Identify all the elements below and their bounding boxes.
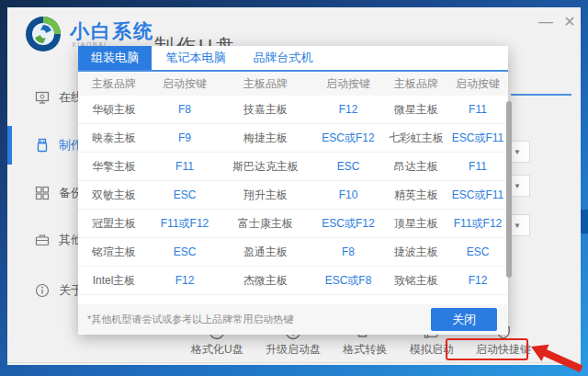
table-row: 冠盟主板 F11或F12 富士康主板 ESC或F12 顶星主板 F11或F12 (78, 210, 508, 238)
brand-cell: 华擎主板 (78, 159, 150, 175)
sidebar-item-backup-restore[interactable]: 备份 (7, 183, 83, 203)
table-row: 映泰主板 F9 梅捷主板 ESC或F12 七彩虹主板 ESC或F11 (78, 124, 508, 153)
key-cell: ESC (150, 245, 220, 258)
brand-cell: 华硕主板 (78, 102, 150, 118)
key-cell: ESC (311, 160, 385, 173)
dialog-footer: *其他机型请尝试或参考以上品牌常用启动热键 关闭 (78, 304, 508, 335)
chevron-down-icon: ▼ (514, 182, 521, 190)
key-cell: ESC或F12 (311, 131, 385, 146)
table-row: 华硕主板 F8 技嘉主板 F12 微星主板 F11 (78, 96, 508, 124)
key-cell: ESC或F8 (311, 273, 385, 289)
table-row: 铭瑄主板 ESC 盈通主板 F8 捷波主板 ESC (78, 238, 508, 267)
key-cell: F11或F12 (447, 216, 508, 232)
key-cell: F8 (150, 103, 220, 116)
table-header-row: 主板品牌 启动按键 主板品牌 启动按键 主板品牌 启动按键 (78, 72, 508, 96)
column-header: 启动按键 (311, 76, 385, 92)
sidebar-item-online-reinstall[interactable]: 在线 (7, 87, 83, 108)
chevron-down-icon: ▼ (514, 148, 521, 156)
brand-cell: 铭瑄主板 (78, 245, 150, 260)
table-row: 双敏主板 ESC 翔升主板 F10 精英主板 ESC或F11 (78, 181, 508, 210)
column-header: 启动按键 (447, 76, 508, 92)
brand-cell: 冠盟主板 (78, 216, 150, 232)
usb-icon (35, 138, 50, 153)
brand-cell: 致铭主板 (385, 273, 447, 289)
brand-cell: 双敏主板 (78, 188, 150, 203)
column-header: 主板品牌 (78, 76, 150, 92)
brand-cell: 斯巴达克主板 (220, 159, 311, 175)
minimize-button[interactable]: — (537, 13, 555, 31)
brand-cell: 昂达主板 (385, 159, 447, 175)
brand-cell: 七彩虹主板 (385, 131, 447, 146)
table-scrollbar[interactable] (506, 101, 512, 278)
table-row: 华擎主板 F11 斯巴达克主板 ESC 昂达主板 F11 (78, 153, 508, 181)
boot-hotkey-dialog: 组装电脑 笔记本电脑 品牌台式机 主板品牌 启动按键 主板品牌 启动按键 主板品… (78, 46, 508, 335)
column-header: 启动按键 (150, 76, 220, 92)
hotkey-note: *其他机型请尝试或参考以上品牌常用启动热键 (87, 313, 431, 326)
background-tab-underline (511, 94, 571, 96)
toolbar-item-label: 格式转换 (343, 342, 387, 358)
brand-cell: 杰微主板 (220, 273, 311, 289)
brand-cell: 技嘉主板 (220, 102, 311, 118)
monitor-icon (35, 90, 50, 105)
brand-cell: 映泰主板 (78, 131, 150, 146)
brand-cell: 精英主板 (385, 188, 447, 203)
app-title: 小白系统 (70, 18, 154, 44)
brand-cell: 微星主板 (385, 102, 447, 118)
key-cell: F12 (447, 274, 508, 287)
brand-cell: 盈通主板 (220, 245, 311, 260)
table-row: Intel主板 F12 杰微主板 ESC或F8 致铭主板 F12 (78, 267, 508, 295)
key-cell: ESC或F11 (447, 188, 508, 203)
sidebar-item-make-usb[interactable]: 制作 (7, 135, 83, 155)
column-header: 主板品牌 (385, 76, 447, 92)
tab-brand-desktop[interactable]: 品牌台式机 (240, 46, 326, 70)
annotation-highlight-box (446, 338, 528, 360)
brand-cell: 梅捷主板 (220, 131, 311, 146)
tab-laptop[interactable]: 笔记本电脑 (152, 46, 240, 70)
annotation-arrow-icon (524, 334, 588, 376)
app-logo (24, 15, 62, 53)
tab-assembled-pc[interactable]: 组装电脑 (78, 46, 152, 70)
key-cell: F11 (447, 103, 508, 116)
brand-cell: 顶星主板 (385, 216, 447, 232)
key-cell: F12 (150, 274, 220, 287)
brand-cell: 捷波主板 (385, 245, 447, 260)
desktop-strip-detail (581, 210, 588, 234)
key-cell: F11或F12 (150, 216, 220, 232)
close-dialog-button[interactable]: 关闭 (431, 308, 497, 331)
key-cell: ESC或F12 (311, 216, 385, 232)
key-cell: F8 (311, 245, 385, 258)
key-cell: F10 (311, 188, 385, 201)
key-cell: F12 (311, 103, 385, 116)
chevron-down-icon: ▼ (514, 222, 521, 230)
toolbar-item-label: 格式化U盘 (191, 342, 243, 358)
brand-cell: Intel主板 (78, 273, 150, 289)
brand-cell: 翔升主板 (220, 188, 311, 203)
key-cell: F11 (150, 160, 220, 173)
toolbar-item-label: 升级启动盘 (266, 342, 321, 358)
logo-swirl-icon (24, 15, 62, 53)
brand-cell: 富士康主板 (220, 216, 311, 232)
key-cell: ESC或F11 (447, 131, 508, 146)
key-cell: F11 (447, 160, 508, 173)
app-window: 小白系统 XIAOBAI 制作U盘 — ✕ 在线 制作 备份 (7, 7, 581, 365)
close-window-button[interactable]: ✕ (560, 13, 579, 31)
key-cell: ESC (150, 188, 220, 201)
dialog-tabs: 组装电脑 笔记本电脑 品牌台式机 (78, 46, 508, 72)
key-cell: ESC (447, 245, 508, 258)
key-cell: F9 (150, 131, 220, 144)
briefcase-icon (35, 233, 50, 247)
sidebar-item-other[interactable]: 其他 (7, 230, 83, 250)
info-icon (35, 283, 50, 298)
sidebar-item-about[interactable]: 关于 (7, 280, 83, 301)
grid-icon (35, 186, 50, 200)
column-header: 主板品牌 (220, 76, 311, 92)
